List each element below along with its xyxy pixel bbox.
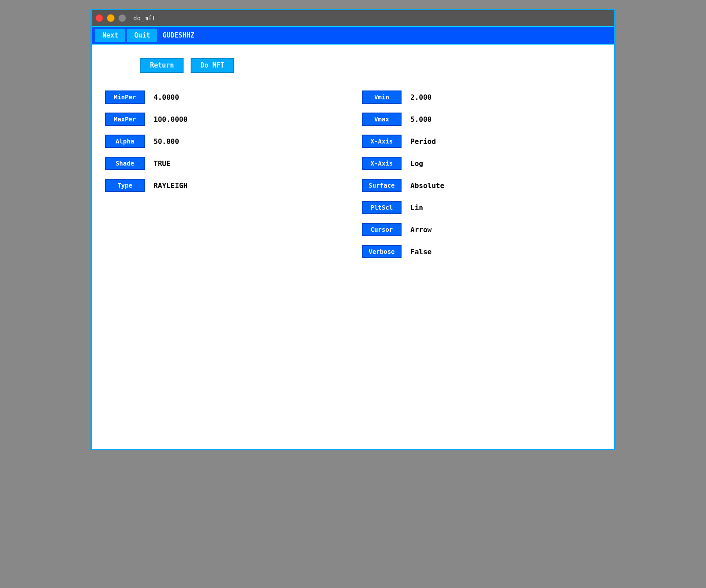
param-row-surface: Surface Absolute	[362, 179, 601, 192]
close-button[interactable]	[95, 14, 103, 22]
quit-button[interactable]: Quit	[127, 29, 157, 42]
xaxis-period-button[interactable]: X-Axis	[362, 135, 402, 148]
vmax-button[interactable]: Vmax	[362, 113, 402, 126]
xaxis-log-value: Log	[410, 159, 454, 168]
do-mft-button[interactable]: Do MFT	[191, 58, 234, 73]
param-row-verbose: Verbose False	[362, 245, 601, 258]
type-button[interactable]: Type	[105, 179, 145, 192]
surface-value: Absolute	[410, 181, 454, 190]
alpha-value: 50.000	[154, 137, 198, 146]
param-row-vmin: Vmin 2.000	[362, 90, 601, 104]
param-row-minper: MinPer 4.0000	[105, 90, 344, 104]
maxper-value: 100.0000	[154, 115, 198, 124]
next-button[interactable]: Next	[95, 29, 125, 42]
verbose-button[interactable]: Verbose	[362, 245, 402, 258]
shade-button[interactable]: Shade	[105, 157, 145, 170]
shade-value: TRUE	[154, 159, 198, 168]
top-buttons: Return Do MFT	[140, 58, 601, 73]
param-row-xaxis-period: X-Axis Period	[362, 135, 601, 148]
vmax-value: 5.000	[410, 115, 454, 124]
pltscl-button[interactable]: PltScl	[362, 201, 402, 214]
param-row-vmax: Vmax 5.000	[362, 113, 601, 126]
verbose-value: False	[410, 248, 454, 256]
left-params: MinPer 4.0000 MaxPer 100.0000 Alpha 50.0…	[105, 90, 344, 258]
minper-value: 4.0000	[154, 93, 198, 102]
minper-button[interactable]: MinPer	[105, 90, 145, 104]
alpha-button[interactable]: Alpha	[105, 135, 145, 148]
main-window: do_mft Next Quit GUDESHHZ Return Do MFT …	[90, 9, 616, 450]
cursor-button[interactable]: Cursor	[362, 223, 402, 236]
xaxis-period-value: Period	[410, 137, 454, 146]
maximize-button[interactable]	[118, 14, 126, 22]
param-row-shade: Shade TRUE	[105, 157, 344, 170]
app-label: GUDESHHZ	[162, 31, 194, 39]
param-row-alpha: Alpha 50.000	[105, 135, 344, 148]
param-row-type: Type RAYLEIGH	[105, 179, 344, 192]
vmin-value: 2.000	[410, 93, 454, 102]
content-area: Return Do MFT MinPer 4.0000 MaxPer 100.0…	[92, 45, 614, 449]
type-value: RAYLEIGH	[154, 181, 198, 190]
xaxis-log-button[interactable]: X-Axis	[362, 157, 402, 170]
right-params: Vmin 2.000 Vmax 5.000 X-Axis Period X-Ax…	[344, 90, 601, 258]
minimize-button[interactable]	[107, 14, 115, 22]
param-row-cursor: Cursor Arrow	[362, 223, 601, 236]
param-row-maxper: MaxPer 100.0000	[105, 113, 344, 126]
cursor-value: Arrow	[410, 226, 454, 234]
menubar: Next Quit GUDESHHZ	[92, 26, 614, 45]
param-row-pltscl: PltScl Lin	[362, 201, 601, 214]
window-title: do_mft	[133, 15, 156, 22]
pltscl-value: Lin	[410, 204, 454, 212]
param-row-xaxis-log: X-Axis Log	[362, 157, 601, 170]
vmin-button[interactable]: Vmin	[362, 90, 402, 104]
params-area: MinPer 4.0000 MaxPer 100.0000 Alpha 50.0…	[105, 90, 601, 258]
return-button[interactable]: Return	[140, 58, 184, 73]
titlebar: do_mft	[92, 10, 614, 26]
surface-button[interactable]: Surface	[362, 179, 402, 192]
maxper-button[interactable]: MaxPer	[105, 113, 145, 126]
